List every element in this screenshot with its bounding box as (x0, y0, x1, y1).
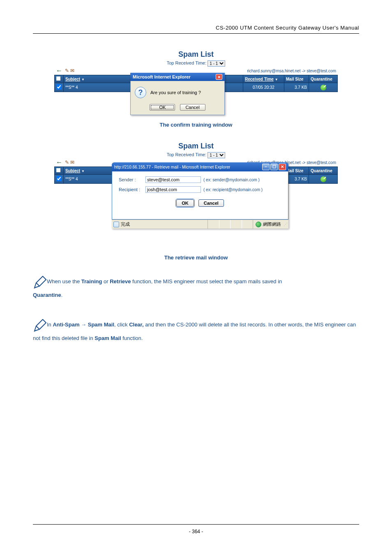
close-icon[interactable]: ✕ (216, 74, 222, 80)
ok-button[interactable]: OK (150, 104, 175, 111)
confirm-training-dialog: Microsoft Internet Explorer ✕ ? Are you … (130, 73, 225, 115)
spam-list-panel-2: Spam List Top Received Time: 1 - 1 ← ✎ ✉… (54, 142, 338, 249)
dialog-message: Are you sure of training ? (150, 90, 201, 95)
back-arrow-icon[interactable]: ← (56, 67, 62, 74)
top-received-select[interactable]: 1 - 1 (208, 152, 225, 158)
col-received-time[interactable]: Received Time ▼ (243, 75, 284, 83)
sort-icon: ▼ (81, 169, 85, 173)
sender-input[interactable] (145, 176, 201, 183)
spam-list-title: Spam List (54, 142, 338, 150)
row-subject: **S** 4 (65, 177, 78, 181)
quarantine-ok-icon[interactable] (321, 176, 326, 182)
top-received-label: Top Received Time: (167, 152, 207, 157)
arrow-right-icon: → (81, 321, 86, 328)
internet-zone-icon (256, 222, 261, 227)
toolbar-icons[interactable]: ✎ ✉ (65, 160, 74, 165)
page-number: - 364 - (189, 529, 203, 534)
caption-confirm-training: The confirm training window (33, 122, 359, 128)
recipient-label: Recipient : (119, 187, 145, 192)
dialog-title: Microsoft Internet Explorer (133, 74, 191, 79)
pencil-note-icon (33, 275, 48, 289)
cancel-button[interactable]: Cancel (180, 104, 205, 111)
caption-retrieve-mail: The retrieve mail window (33, 254, 359, 261)
col-checkbox[interactable] (55, 167, 64, 175)
col-quarantine: Quarantine (309, 75, 338, 83)
resize-grip-icon[interactable]: ⋰ (284, 222, 288, 227)
quarantine-ok-icon[interactable] (321, 85, 326, 90)
row-received: 07/05 20:32 (243, 83, 284, 92)
window-title: http://210.66.155.77 - Retrieve mail - M… (114, 165, 230, 169)
sender-hint: ( ex: sender@mydomain.com ) (203, 178, 260, 182)
status-done: 完成 (121, 221, 130, 227)
page-footer: - 364 - (0, 524, 392, 534)
recipient-input[interactable] (145, 186, 201, 193)
mail-path: richard.sunny@msa.hinet.net -> steve@tes… (247, 69, 336, 73)
spam-list-title: Spam List (54, 50, 338, 59)
row-subject: **S** 4 (65, 85, 78, 90)
ok-button[interactable]: OK (176, 199, 194, 207)
sort-icon: ▼ (81, 78, 85, 81)
top-received-label: Top Received Time: (167, 60, 207, 65)
col-checkbox[interactable] (55, 75, 64, 83)
row-checkbox[interactable] (56, 176, 62, 181)
retrieve-mail-window: http://210.66.155.77 - Retrieve mail - M… (112, 162, 288, 229)
status-bar: 完成 網際網路 ⋰ (112, 220, 288, 229)
col-quarantine: Quarantine (309, 167, 338, 175)
spam-list-panel-1: Spam List Top Received Time: 1 - 1 ← ✎ ✉… (54, 50, 338, 116)
page-icon (113, 222, 119, 227)
cancel-button[interactable]: Cancel (198, 199, 224, 207)
close-icon[interactable]: ✕ (279, 164, 286, 170)
status-zone: 網際網路 (263, 221, 281, 227)
recipient-hint: ( ex: recipient@mydomain.com ) (203, 187, 263, 192)
back-arrow-icon[interactable]: ← (56, 159, 62, 166)
row-checkbox[interactable] (56, 84, 62, 90)
question-icon: ? (135, 87, 146, 98)
row-size: 3.7 KB (284, 83, 309, 92)
pencil-note-icon (33, 318, 48, 333)
note-clear-spam: In Anti-Spam → Spam Mail, click Clear, a… (33, 318, 359, 345)
top-received-row: Top Received Time: 1 - 1 (54, 152, 338, 158)
sort-icon: ▼ (275, 78, 278, 81)
sender-label: Sender : (119, 177, 145, 182)
top-received-row: Top Received Time: 1 - 1 (54, 60, 338, 67)
maximize-icon[interactable]: ☐ (270, 164, 278, 170)
col-mail-size: Mail Size (284, 75, 309, 83)
toolbar-icons[interactable]: ✎ ✉ (65, 68, 74, 74)
minimize-icon[interactable]: – (262, 164, 270, 170)
top-received-select[interactable]: 1 - 1 (208, 60, 225, 67)
note-training-retrieve: When use the Training or Retrieve functi… (33, 275, 359, 301)
doc-header: CS-2000 UTM Content Security Gateway Use… (33, 25, 359, 34)
